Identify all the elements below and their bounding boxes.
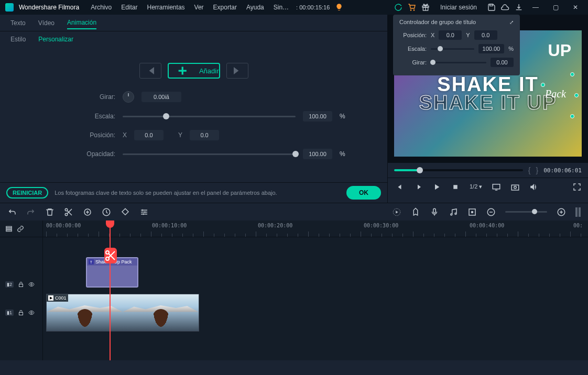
- split-icon[interactable]: [64, 207, 73, 217]
- track2-visibility-icon[interactable]: [28, 281, 35, 288]
- ok-button[interactable]: OK: [346, 186, 381, 200]
- fp-scale-unit: %: [508, 46, 514, 52]
- video-clip[interactable]: ▶C001: [46, 294, 199, 332]
- menu-archivo[interactable]: Archivo: [89, 3, 114, 12]
- delete-icon[interactable]: [45, 207, 55, 217]
- fp-scale-value[interactable]: 100.00: [478, 44, 505, 53]
- track-manage-icon[interactable]: [5, 225, 13, 233]
- zoom-out-icon[interactable]: [486, 207, 496, 217]
- subtab-estilo[interactable]: Estilo: [10, 34, 26, 45]
- refresh-icon[interactable]: [394, 3, 402, 12]
- rotate-value[interactable]: 0.00iã: [141, 92, 181, 102]
- timeline-ruler[interactable]: 00:00:00:00 00:00:10:00 00:00:20:00 00:0…: [43, 220, 588, 237]
- step-back-button[interactable]: [394, 182, 404, 192]
- pos-y-value[interactable]: 0.0: [190, 130, 219, 140]
- svg-rect-2: [490, 4, 493, 6]
- scale-value[interactable]: 100.00: [303, 111, 332, 122]
- voiceover-icon[interactable]: [430, 207, 439, 217]
- download-icon[interactable]: [515, 3, 523, 12]
- rotate-knob[interactable]: [123, 91, 134, 103]
- minimize-button[interactable]: —: [528, 2, 543, 13]
- fp-rotate-slider[interactable]: [431, 62, 486, 63]
- redo-icon[interactable]: [26, 207, 36, 217]
- transform-handle[interactable]: [541, 83, 545, 87]
- scissors-icon[interactable]: [104, 248, 117, 263]
- close-button[interactable]: ✕: [568, 2, 583, 13]
- maximize-button[interactable]: ▢: [548, 2, 563, 13]
- fp-scale-slider[interactable]: [431, 48, 474, 50]
- opacity-slider[interactable]: [123, 153, 296, 155]
- undo-icon[interactable]: [7, 207, 17, 217]
- display-icon[interactable]: [492, 182, 501, 192]
- subtab-personalizar[interactable]: Personalizar: [38, 34, 73, 45]
- prev-keyframe-button[interactable]: [139, 63, 161, 79]
- login-link[interactable]: Iniciar sesión: [438, 3, 479, 12]
- crop-icon[interactable]: [83, 207, 92, 217]
- keyframe-icon[interactable]: [467, 207, 477, 217]
- fp-scale-label: Escala:: [399, 46, 427, 52]
- menu-ayuda[interactable]: Ayuda: [244, 3, 266, 12]
- next-keyframe-button[interactable]: [226, 63, 248, 79]
- tab-animacion[interactable]: Animación: [67, 17, 96, 29]
- zoom-in-icon[interactable]: [557, 207, 566, 217]
- transform-handle[interactable]: [570, 72, 574, 76]
- add-keyframe-button[interactable]: Añadir: [168, 63, 220, 79]
- adjust-icon[interactable]: [139, 207, 149, 217]
- mark-out-icon[interactable]: }: [536, 166, 538, 174]
- svg-point-8: [65, 213, 68, 216]
- fp-y-value[interactable]: 0.0: [474, 30, 497, 40]
- track2-label: ▮2: [5, 281, 14, 288]
- save-icon[interactable]: [487, 3, 496, 12]
- svg-rect-17: [6, 226, 12, 227]
- speed-icon[interactable]: [102, 207, 111, 217]
- transform-handle[interactable]: [570, 114, 574, 118]
- fp-rotate-value[interactable]: 0.00: [491, 58, 514, 67]
- title-group-controller[interactable]: Controlador de grupo de título⤢ Posición…: [393, 15, 520, 75]
- track1-lock-icon[interactable]: [18, 310, 24, 316]
- cloud-icon[interactable]: [501, 3, 509, 12]
- svg-rect-4: [493, 184, 500, 189]
- menu-ver[interactable]: Ver: [192, 3, 206, 12]
- pos-x-value[interactable]: 0.0: [134, 130, 164, 140]
- marker-icon[interactable]: [411, 207, 420, 217]
- svg-point-21: [31, 284, 32, 285]
- app-logo-icon: [5, 3, 14, 12]
- color-icon[interactable]: [121, 207, 130, 217]
- svg-rect-18: [6, 228, 12, 229]
- cart-icon[interactable]: [408, 3, 416, 12]
- preview-progress[interactable]: [394, 169, 523, 171]
- menu-herramientas[interactable]: Herramientas: [145, 3, 187, 12]
- render-icon[interactable]: [392, 207, 401, 217]
- opacity-value[interactable]: 100.00: [303, 149, 332, 159]
- preview-quality[interactable]: 1/2 ▾: [470, 183, 482, 190]
- volume-icon[interactable]: [529, 182, 539, 192]
- snapshot-icon[interactable]: [510, 182, 520, 192]
- title-track[interactable]: TShake It Up Pack: [43, 256, 588, 292]
- fullscreen-icon[interactable]: [572, 182, 582, 192]
- gift-icon[interactable]: [421, 3, 430, 12]
- video-track[interactable]: ▶C001: [43, 292, 588, 334]
- playhead[interactable]: [110, 220, 111, 360]
- play-button[interactable]: [432, 182, 441, 192]
- collapse-icon[interactable]: ⤢: [509, 19, 514, 25]
- link-icon[interactable]: [17, 225, 24, 233]
- tab-texto[interactable]: Texto: [10, 17, 26, 29]
- hint-text: Los fotogramas clave de texto solo se pu…: [55, 189, 340, 196]
- timeline-mode-icon[interactable]: [575, 207, 581, 217]
- menu-exportar[interactable]: Exportar: [211, 3, 239, 12]
- transform-handle[interactable]: [574, 93, 579, 97]
- mark-in-icon[interactable]: {: [528, 166, 531, 174]
- audio-mixer-icon[interactable]: [449, 207, 458, 217]
- stop-button[interactable]: [413, 182, 422, 192]
- reset-button[interactable]: REINICIAR: [6, 187, 48, 198]
- tab-video[interactable]: Vídeo: [38, 17, 55, 29]
- lightbulb-icon[interactable]: [335, 3, 343, 12]
- menu-editar[interactable]: Editar: [119, 3, 139, 12]
- zoom-slider[interactable]: [505, 211, 547, 213]
- svg-point-24: [106, 251, 109, 254]
- scale-slider[interactable]: [123, 116, 296, 117]
- stop2-button[interactable]: [451, 182, 460, 192]
- track2-lock-icon[interactable]: [18, 281, 24, 288]
- track1-visibility-icon[interactable]: [28, 310, 35, 316]
- fp-x-value[interactable]: 0.0: [439, 30, 462, 40]
